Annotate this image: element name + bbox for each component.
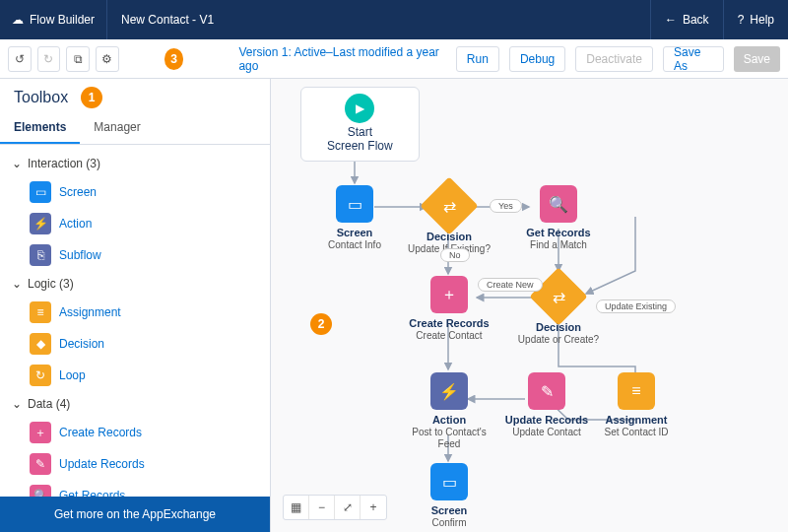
element-create-records[interactable]: ＋Create Records bbox=[6, 417, 264, 448]
get-icon: 🔍 bbox=[540, 185, 577, 223]
screen-icon: ▭ bbox=[430, 463, 468, 500]
fit-button[interactable]: ⤢ bbox=[335, 496, 361, 519]
group-interaction[interactable]: ⌄Interaction (3) bbox=[6, 151, 264, 176]
update-icon: ✎ bbox=[30, 453, 51, 475]
arrow-left-icon: ← bbox=[665, 13, 677, 27]
back-button[interactable]: ← Back bbox=[650, 0, 723, 39]
toolbar: ↺ ↻ ⧉ ⚙ 3 Version 1: Active–Last modifie… bbox=[0, 39, 788, 79]
element-action[interactable]: ⚡Action bbox=[6, 208, 264, 239]
action-icon: ⚡ bbox=[30, 213, 51, 234]
zoom-in-button[interactable]: + bbox=[361, 496, 386, 519]
node-action-post[interactable]: ⚡ Action Post to Contact's Feed bbox=[405, 372, 493, 450]
create-icon: ＋ bbox=[430, 276, 468, 313]
node-assignment[interactable]: ≡ Assignment Set Contact ID bbox=[592, 372, 681, 438]
start-icon: ▶ bbox=[345, 94, 374, 123]
get-icon: 🔍 bbox=[30, 485, 51, 497]
debug-button[interactable]: Debug bbox=[509, 46, 565, 72]
callout-3: 3 bbox=[164, 48, 184, 70]
node-decision-update-if-existing[interactable]: ⇄ Decision Update If Existing? bbox=[405, 185, 493, 255]
screen-icon: ▭ bbox=[336, 185, 373, 223]
app-name: Flow Builder bbox=[30, 13, 95, 27]
zoom-out-button[interactable]: − bbox=[309, 496, 335, 519]
toolbox-panel: Toolbox 1 Elements Manager ⌄Interaction … bbox=[0, 79, 271, 532]
create-icon: ＋ bbox=[30, 422, 51, 443]
deactivate-button[interactable]: Deactivate bbox=[575, 46, 653, 72]
callout-1: 1 bbox=[81, 87, 102, 108]
pill-no: No bbox=[440, 248, 470, 262]
element-subflow[interactable]: ⎘Subflow bbox=[6, 239, 264, 271]
tab-elements[interactable]: Elements bbox=[0, 112, 80, 144]
node-screen-confirm[interactable]: ▭ Screen Confirm bbox=[405, 463, 493, 529]
redo-icon: ↻ bbox=[43, 52, 53, 66]
assignment-icon: ≡ bbox=[618, 372, 655, 410]
run-button[interactable]: Run bbox=[456, 46, 499, 72]
callout-2: 2 bbox=[310, 313, 332, 335]
cloud-icon: ☁ bbox=[12, 13, 24, 27]
app-header: ☁ Flow Builder New Contact - V1 ← Back ?… bbox=[0, 0, 788, 39]
version-info: Version 1: Active–Last modified a year a… bbox=[238, 45, 439, 73]
update-icon: ✎ bbox=[528, 372, 565, 410]
redo-button[interactable]: ↻ bbox=[37, 46, 61, 72]
save-button[interactable]: Save bbox=[734, 46, 780, 72]
group-data[interactable]: ⌄Data (4) bbox=[6, 391, 264, 417]
app-logo: ☁ Flow Builder bbox=[0, 0, 107, 39]
chevron-down-icon: ⌄ bbox=[12, 397, 22, 411]
element-get-records[interactable]: 🔍Get Records bbox=[6, 480, 264, 497]
element-loop[interactable]: ↻Loop bbox=[6, 360, 264, 391]
plus-icon: + bbox=[369, 500, 376, 514]
help-button[interactable]: ? Help bbox=[723, 0, 788, 39]
appexchange-link[interactable]: Get more on the AppExchange bbox=[0, 497, 270, 532]
element-decision[interactable]: ◆Decision bbox=[6, 328, 264, 360]
node-get-records[interactable]: 🔍 Get Records Find a Match bbox=[514, 185, 603, 251]
settings-button[interactable]: ⚙ bbox=[96, 46, 119, 72]
pill-update-existing: Update Existing bbox=[596, 299, 676, 313]
toolbox-title: Toolbox bbox=[0, 79, 270, 112]
select-mode-button[interactable]: ▦ bbox=[284, 496, 309, 519]
group-logic[interactable]: ⌄Logic (3) bbox=[6, 271, 264, 297]
expand-icon: ⤢ bbox=[343, 500, 353, 514]
decision-icon: ◆ bbox=[30, 333, 51, 355]
toolbox-list: ⌄Interaction (3) ▭Screen ⚡Action ⎘Subflo… bbox=[0, 145, 270, 497]
loop-icon: ↻ bbox=[30, 365, 51, 386]
flow-title: New Contact - V1 bbox=[107, 13, 228, 27]
pill-create-new: Create New bbox=[478, 278, 543, 292]
help-icon: ? bbox=[738, 13, 745, 27]
copy-button[interactable]: ⧉ bbox=[66, 46, 90, 72]
flow-canvas[interactable]: ▶ Start Screen Flow ▭ Screen Contact Inf… bbox=[271, 79, 788, 532]
element-assignment[interactable]: ≡Assignment bbox=[6, 297, 264, 328]
canvas-controls: ▦ − ⤢ + bbox=[283, 495, 387, 520]
node-screen-contact-info[interactable]: ▭ Screen Contact Info bbox=[310, 185, 399, 251]
pill-yes: Yes bbox=[490, 199, 522, 213]
copy-icon: ⧉ bbox=[74, 52, 83, 66]
decision-icon: ⇄ bbox=[420, 176, 478, 234]
undo-icon: ↺ bbox=[15, 52, 25, 66]
gear-icon: ⚙ bbox=[101, 52, 112, 66]
decision-icon: ⇄ bbox=[529, 267, 587, 325]
action-icon: ⚡ bbox=[430, 372, 468, 410]
assignment-icon: ≡ bbox=[30, 301, 51, 323]
select-icon: ▦ bbox=[291, 500, 301, 514]
undo-button[interactable]: ↺ bbox=[8, 46, 32, 72]
save-as-button[interactable]: Save As bbox=[663, 46, 724, 72]
chevron-down-icon: ⌄ bbox=[12, 157, 22, 170]
element-screen[interactable]: ▭Screen bbox=[6, 176, 264, 208]
tab-manager[interactable]: Manager bbox=[80, 112, 154, 144]
element-update-records[interactable]: ✎Update Records bbox=[6, 448, 264, 480]
chevron-down-icon: ⌄ bbox=[12, 277, 22, 291]
screen-icon: ▭ bbox=[30, 181, 51, 203]
subflow-icon: ⎘ bbox=[30, 244, 51, 266]
node-start[interactable]: ▶ Start Screen Flow bbox=[300, 87, 420, 162]
minus-icon: − bbox=[318, 500, 325, 514]
node-update-records[interactable]: ✎ Update Records Update Contact bbox=[502, 372, 591, 438]
